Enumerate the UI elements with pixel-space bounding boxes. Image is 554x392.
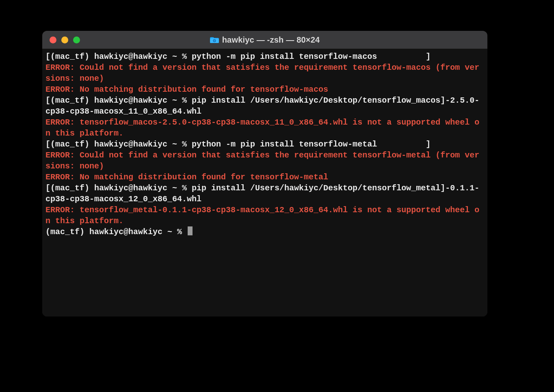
- minimize-button[interactable]: [61, 37, 68, 43]
- maximize-button[interactable]: [73, 37, 80, 43]
- terminal-output-line: [(mac_tf) hawkiyc@hawkiyc ~ % python -m …: [45, 139, 484, 150]
- svg-point-1: [213, 39, 216, 42]
- terminal-error-line: ERROR: tensorflow_metal-0.1.1-cp38-cp38-…: [45, 205, 484, 226]
- terminal-window: hawkiyc — -zsh — 80×24 [(mac_tf) hawkiyc…: [42, 31, 487, 317]
- title-bar: hawkiyc — -zsh — 80×24: [42, 31, 487, 49]
- terminal-prompt[interactable]: (mac_tf) hawkiyc@hawkiyc ~ %: [45, 226, 484, 237]
- svg-point-2: [214, 40, 215, 41]
- folder-icon: [210, 36, 219, 43]
- window-title: hawkiyc — -zsh — 80×24: [222, 35, 320, 45]
- terminal-error-line: ERROR: Could not find a version that sat…: [45, 150, 484, 172]
- terminal-body[interactable]: [(mac_tf) hawkiyc@hawkiyc ~ % python -m …: [42, 49, 487, 317]
- terminal-output-line: [(mac_tf) hawkiyc@hawkiyc ~ % pip instal…: [45, 183, 484, 205]
- cursor: [188, 226, 193, 235]
- terminal-error-line: ERROR: tensorflow_macos-2.5.0-cp38-cp38-…: [45, 117, 484, 139]
- terminal-error-line: ERROR: Could not find a version that sat…: [45, 62, 484, 84]
- close-button[interactable]: [50, 37, 56, 43]
- terminal-output-line: [(mac_tf) hawkiyc@hawkiyc ~ % python -m …: [45, 51, 484, 62]
- terminal-error-line: ERROR: No matching distribution found fo…: [45, 84, 484, 95]
- svg-rect-0: [210, 38, 219, 43]
- terminal-output-line: [(mac_tf) hawkiyc@hawkiyc ~ % pip instal…: [45, 95, 484, 117]
- title-center: hawkiyc — -zsh — 80×24: [42, 31, 487, 49]
- traffic-lights: [42, 37, 80, 43]
- terminal-error-line: ERROR: No matching distribution found fo…: [45, 172, 484, 183]
